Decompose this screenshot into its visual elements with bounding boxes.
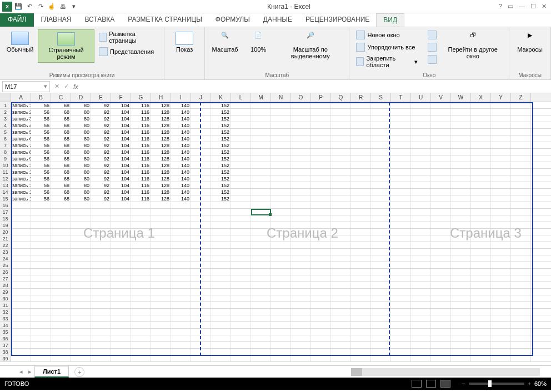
cell[interactable] — [231, 122, 251, 128]
table-row[interactable]: 36 — [0, 335, 551, 342]
cell[interactable] — [31, 309, 51, 315]
cell[interactable] — [131, 215, 151, 222]
col-header-S[interactable]: S — [371, 93, 391, 102]
cell[interactable] — [271, 249, 291, 255]
cell[interactable] — [271, 242, 291, 248]
cell[interactable] — [131, 335, 151, 341]
cell[interactable] — [371, 242, 391, 248]
cell[interactable] — [471, 255, 491, 262]
cell[interactable] — [331, 335, 351, 341]
cell[interactable]: 140 — [171, 122, 191, 128]
cell[interactable] — [411, 129, 431, 135]
cell[interactable] — [511, 215, 531, 222]
cell[interactable] — [291, 155, 311, 162]
cell[interactable] — [271, 269, 291, 275]
cell[interactable] — [191, 102, 211, 108]
cell[interactable] — [231, 275, 251, 282]
cell[interactable] — [171, 349, 191, 355]
cell[interactable] — [311, 282, 331, 288]
cell[interactable]: 92 — [91, 195, 111, 202]
cell[interactable] — [471, 342, 491, 348]
cell[interactable] — [251, 255, 271, 262]
col-header-A[interactable]: A — [11, 93, 31, 102]
cell[interactable] — [231, 309, 251, 315]
cell[interactable] — [111, 302, 131, 308]
table-row[interactable]: 8запись 856688092104116128140152 — [0, 149, 551, 155]
table-row[interactable]: 16 — [0, 202, 551, 209]
tab-pagelayout[interactable]: РАЗМЕТКА СТРАНИЦЫ — [121, 13, 209, 27]
cell[interactable] — [111, 289, 131, 295]
cell[interactable] — [511, 135, 531, 142]
cell[interactable] — [231, 315, 251, 321]
cell[interactable]: 56 — [31, 122, 51, 128]
cell[interactable]: запись 1 — [11, 102, 31, 108]
cell[interactable] — [411, 229, 431, 235]
cell[interactable] — [71, 302, 91, 308]
cell[interactable] — [391, 222, 411, 228]
cell[interactable] — [311, 289, 331, 295]
cell[interactable] — [471, 355, 491, 361]
cell[interactable] — [311, 229, 331, 235]
cell[interactable] — [271, 229, 291, 235]
cell[interactable]: 68 — [51, 149, 71, 155]
cell[interactable] — [431, 209, 451, 215]
cell[interactable] — [371, 269, 391, 275]
cell[interactable] — [251, 122, 271, 128]
cell[interactable] — [451, 129, 471, 135]
cell[interactable] — [331, 162, 351, 168]
cell[interactable] — [371, 282, 391, 288]
cell[interactable] — [351, 302, 371, 308]
cell[interactable]: 68 — [51, 109, 71, 115]
cell[interactable] — [51, 249, 71, 255]
cell[interactable] — [371, 155, 391, 162]
cell[interactable]: 104 — [111, 102, 131, 108]
cell[interactable] — [11, 242, 31, 248]
cell[interactable] — [111, 275, 131, 282]
cell[interactable] — [91, 302, 111, 308]
cell[interactable]: 128 — [151, 155, 171, 162]
cell[interactable] — [151, 235, 171, 242]
cell[interactable] — [331, 109, 351, 115]
cell[interactable] — [191, 349, 211, 355]
cell[interactable] — [451, 149, 471, 155]
cell[interactable] — [391, 102, 411, 108]
cell[interactable] — [311, 149, 331, 155]
cell[interactable] — [511, 349, 531, 355]
cell[interactable] — [211, 329, 231, 335]
cell[interactable] — [331, 169, 351, 175]
cell[interactable] — [171, 262, 191, 268]
cell[interactable] — [231, 175, 251, 182]
row-header[interactable]: 28 — [0, 282, 11, 288]
table-row[interactable]: 32 — [0, 309, 551, 315]
cell[interactable] — [231, 195, 251, 202]
cell[interactable] — [111, 229, 131, 235]
cell[interactable] — [331, 322, 351, 328]
cell[interactable] — [511, 202, 531, 208]
cell[interactable] — [511, 235, 531, 242]
cell[interactable] — [431, 182, 451, 188]
cell[interactable] — [251, 169, 271, 175]
cell[interactable] — [131, 289, 151, 295]
cell[interactable] — [491, 249, 511, 255]
cell[interactable]: 128 — [151, 189, 171, 195]
cell[interactable] — [211, 235, 231, 242]
cell[interactable] — [471, 169, 491, 175]
col-header-Y[interactable]: Y — [491, 93, 511, 102]
cell[interactable] — [231, 102, 251, 108]
cell[interactable] — [331, 275, 351, 282]
cell[interactable] — [11, 295, 31, 301]
cell[interactable] — [31, 282, 51, 288]
cell[interactable] — [291, 235, 311, 242]
cell[interactable] — [511, 122, 531, 128]
table-row[interactable]: 39 — [0, 355, 551, 362]
cell[interactable] — [451, 255, 471, 262]
row-header[interactable]: 20 — [0, 229, 11, 235]
cell[interactable] — [91, 229, 111, 235]
table-row[interactable]: 20 — [0, 229, 551, 235]
cell[interactable] — [331, 329, 351, 335]
cell[interactable] — [511, 302, 531, 308]
cell[interactable]: запись 13 — [11, 182, 31, 188]
cell[interactable] — [251, 342, 271, 348]
cell[interactable] — [231, 142, 251, 148]
cell[interactable]: 152 — [211, 149, 231, 155]
